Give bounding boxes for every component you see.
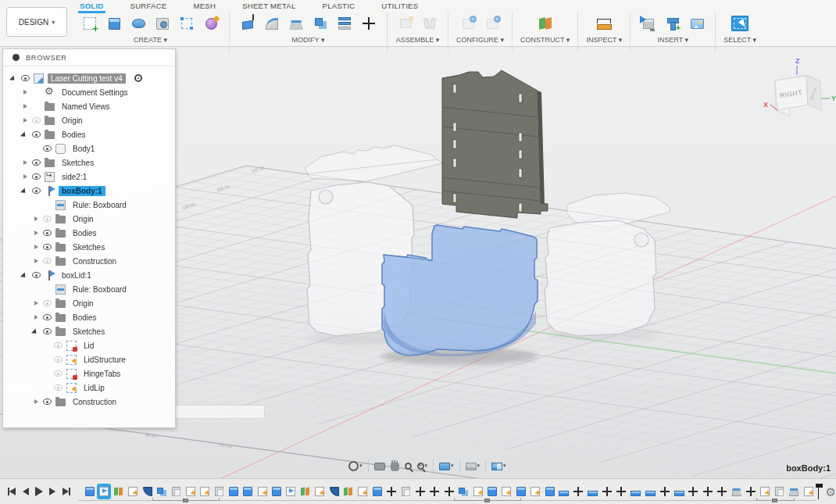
look-at-button[interactable] bbox=[374, 461, 385, 470]
timeline-feature-body-icon[interactable] bbox=[84, 485, 95, 498]
browser-row-label[interactable]: Lid bbox=[80, 341, 97, 351]
browser-row-origin[interactable]: Origin bbox=[3, 296, 175, 310]
orbit-button[interactable]: ▾ bbox=[348, 461, 363, 471]
activate-component-radio[interactable] bbox=[134, 74, 142, 82]
browser-row-label[interactable]: Body1 bbox=[70, 144, 98, 154]
browser-row-label[interactable]: Origin bbox=[59, 116, 86, 126]
timeline-feature-plane-icon[interactable] bbox=[113, 485, 124, 498]
browser-row-lidlip[interactable]: LidLip bbox=[3, 381, 175, 395]
timeline-feature-paste-icon[interactable] bbox=[774, 485, 785, 498]
browser-row-label[interactable]: Bodies bbox=[59, 130, 89, 140]
go-to-start-button[interactable] bbox=[8, 486, 16, 497]
group-label-assemble[interactable]: ASSEMBLE ▾ bbox=[396, 36, 440, 44]
expand-arrow-icon[interactable] bbox=[33, 399, 39, 405]
timeline-feature-sketch-icon[interactable] bbox=[199, 485, 210, 498]
visibility-eye-icon[interactable] bbox=[54, 384, 63, 391]
group-label-construct[interactable]: CONSTRUCT ▾ bbox=[520, 36, 570, 44]
timeline-feature-paste-icon[interactable] bbox=[401, 485, 412, 498]
timeline-feature-move-icon[interactable] bbox=[415, 485, 426, 498]
visibility-eye-icon[interactable] bbox=[43, 314, 52, 320]
group-collapse-handle[interactable] bbox=[772, 499, 777, 502]
visibility-eye-icon[interactable] bbox=[32, 272, 41, 278]
timeline-feature-sketch-icon[interactable] bbox=[257, 485, 268, 498]
timeline-feature-body-icon[interactable] bbox=[487, 485, 498, 498]
tab-mesh[interactable]: MESH bbox=[192, 0, 218, 11]
browser-row-label[interactable]: Origin bbox=[70, 214, 97, 224]
visibility-eye-icon[interactable] bbox=[43, 300, 52, 306]
timeline-feature-body-icon[interactable] bbox=[242, 485, 253, 498]
visibility-eye-icon[interactable] bbox=[32, 188, 41, 194]
create-form-icon[interactable] bbox=[201, 13, 221, 34]
go-to-end-button[interactable] bbox=[63, 486, 70, 497]
visibility-eye-icon[interactable] bbox=[43, 230, 52, 236]
chevron-down-icon[interactable]: ▾ bbox=[359, 463, 363, 469]
visibility-eye-icon[interactable] bbox=[54, 342, 63, 349]
group-label-inspect[interactable]: INSPECT ▾ bbox=[586, 36, 622, 44]
timeline-feature-move-icon[interactable] bbox=[602, 485, 613, 498]
timeline-feature-body-icon[interactable] bbox=[271, 485, 282, 498]
display-settings-button[interactable]: ▾ bbox=[439, 461, 454, 470]
expand-arrow-icon[interactable] bbox=[33, 300, 39, 306]
browser-row-label[interactable]: Construction bbox=[70, 397, 120, 407]
expand-arrow-icon[interactable] bbox=[22, 159, 28, 166]
timeline-feature-move-icon[interactable] bbox=[444, 485, 455, 498]
browser-row-construction[interactable]: Construction bbox=[3, 395, 175, 409]
configuration-icon[interactable] bbox=[458, 13, 478, 34]
chevron-down-icon[interactable]: ▾ bbox=[451, 463, 454, 469]
expand-arrow-icon[interactable] bbox=[33, 258, 39, 264]
browser-row-label[interactable]: side2:1 bbox=[59, 172, 90, 182]
browser-row-label[interactable]: Construction bbox=[70, 256, 120, 266]
timeline-feature-body-icon[interactable] bbox=[545, 485, 556, 498]
timeline-feature-shell-icon[interactable] bbox=[788, 485, 799, 498]
expand-arrow-icon[interactable] bbox=[33, 314, 39, 320]
configure-features-icon[interactable] bbox=[482, 13, 502, 34]
browser-row-boxbody-1[interactable]: boxBody:1 bbox=[3, 184, 175, 198]
insert-fastener-icon[interactable]: + bbox=[663, 13, 683, 34]
group-label-insert[interactable]: INSERT ▾ bbox=[657, 36, 688, 44]
visibility-eye-icon[interactable] bbox=[32, 173, 41, 180]
revolve-icon[interactable] bbox=[128, 13, 148, 34]
group-label-create[interactable]: CREATE ▾ bbox=[134, 36, 167, 44]
browser-row-document-settings[interactable]: Document Settings bbox=[3, 85, 175, 99]
expand-arrow-icon[interactable] bbox=[22, 173, 28, 180]
timeline-feature-move-icon[interactable] bbox=[573, 485, 584, 498]
browser-row-rule-boxboard[interactable]: Rule: Boxboard bbox=[3, 282, 175, 296]
browser-row-sketches[interactable]: Sketches bbox=[3, 155, 175, 170]
timeline-feature-flat-icon[interactable] bbox=[673, 485, 684, 498]
timeline-feature-sketch-icon[interactable] bbox=[314, 485, 325, 498]
visibility-eye-icon[interactable] bbox=[43, 399, 52, 405]
timeline-feature-body-icon[interactable] bbox=[516, 485, 527, 498]
browser-row-hingetabs[interactable]: HingeTabs bbox=[3, 366, 175, 381]
timeline-feature-flat-icon[interactable] bbox=[588, 485, 598, 498]
visibility-eye-icon[interactable] bbox=[32, 131, 41, 138]
browser-row-boxlid-1[interactable]: boxLid:1 bbox=[3, 268, 175, 282]
gray-panel-body[interactable] bbox=[442, 70, 548, 218]
tab-plastic[interactable]: PLASTIC bbox=[321, 0, 357, 11]
timeline-feature-component-icon[interactable] bbox=[98, 485, 109, 498]
browser-row-lidstructure[interactable]: LidStructure bbox=[3, 352, 175, 366]
timeline-feature-sweep-icon[interactable] bbox=[142, 485, 153, 498]
browser-row-sketches[interactable]: Sketches bbox=[3, 324, 175, 338]
browser-row-rule-boxboard[interactable]: Rule: Boxboard bbox=[3, 198, 175, 212]
timeline-feature-flat-icon[interactable] bbox=[645, 485, 656, 498]
browser-row-sketches[interactable]: Sketches bbox=[3, 240, 175, 254]
browser-row-label[interactable]: LidStructure bbox=[80, 355, 129, 365]
timeline-feature-move-icon[interactable] bbox=[429, 485, 440, 498]
timeline-feature-move-icon[interactable] bbox=[616, 485, 627, 498]
browser-row-bodies[interactable]: Bodies bbox=[3, 226, 175, 240]
tab-surface[interactable]: SURFACE bbox=[129, 0, 169, 11]
step-back-button[interactable] bbox=[23, 486, 29, 497]
chevron-down-icon[interactable]: ▾ bbox=[425, 463, 428, 469]
zoom-button[interactable] bbox=[405, 463, 412, 470]
timeline-feature-sketch-icon[interactable] bbox=[759, 485, 770, 498]
browser-row-label[interactable]: Sketches bbox=[70, 327, 108, 337]
timeline-feature-paste-icon[interactable] bbox=[170, 485, 181, 498]
press-pull-icon[interactable] bbox=[238, 13, 258, 34]
browser-row-label[interactable]: Bodies bbox=[70, 228, 100, 238]
timeline-feature-shell-icon[interactable] bbox=[731, 485, 742, 498]
browser-row-laser-cutting-test-v4[interactable]: Laser Cutting test v4 bbox=[3, 71, 175, 85]
create-sketch-icon[interactable] bbox=[80, 13, 100, 34]
visibility-eye-icon[interactable] bbox=[54, 356, 63, 363]
visibility-eye-icon[interactable] bbox=[21, 75, 30, 81]
measure-icon[interactable] bbox=[594, 13, 614, 34]
